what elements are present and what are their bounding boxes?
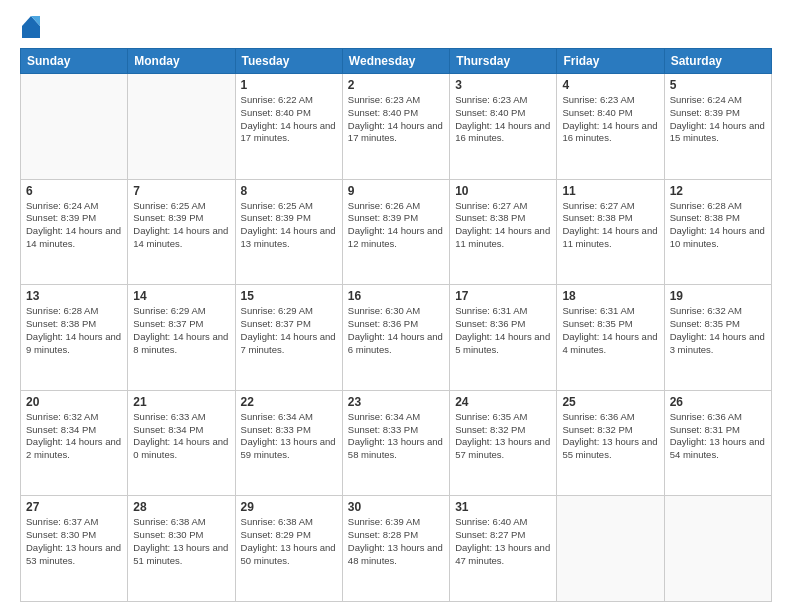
calendar-cell: 30Sunrise: 6:39 AMSunset: 8:28 PMDayligh…	[342, 496, 449, 602]
day-info: Sunrise: 6:35 AMSunset: 8:32 PMDaylight:…	[455, 411, 551, 462]
day-number: 4	[562, 78, 658, 92]
calendar-header-saturday: Saturday	[664, 49, 771, 74]
day-number: 25	[562, 395, 658, 409]
calendar-cell: 26Sunrise: 6:36 AMSunset: 8:31 PMDayligh…	[664, 390, 771, 496]
calendar-cell: 29Sunrise: 6:38 AMSunset: 8:29 PMDayligh…	[235, 496, 342, 602]
day-info: Sunrise: 6:23 AMSunset: 8:40 PMDaylight:…	[455, 94, 551, 145]
day-number: 23	[348, 395, 444, 409]
calendar-week-1: 1Sunrise: 6:22 AMSunset: 8:40 PMDaylight…	[21, 74, 772, 180]
day-number: 1	[241, 78, 337, 92]
day-info: Sunrise: 6:29 AMSunset: 8:37 PMDaylight:…	[241, 305, 337, 356]
day-number: 30	[348, 500, 444, 514]
day-info: Sunrise: 6:23 AMSunset: 8:40 PMDaylight:…	[348, 94, 444, 145]
day-info: Sunrise: 6:32 AMSunset: 8:35 PMDaylight:…	[670, 305, 766, 356]
day-number: 29	[241, 500, 337, 514]
day-number: 15	[241, 289, 337, 303]
page: SundayMondayTuesdayWednesdayThursdayFrid…	[0, 0, 792, 612]
calendar-cell	[21, 74, 128, 180]
calendar-cell: 20Sunrise: 6:32 AMSunset: 8:34 PMDayligh…	[21, 390, 128, 496]
day-number: 16	[348, 289, 444, 303]
day-number: 12	[670, 184, 766, 198]
day-number: 7	[133, 184, 229, 198]
day-number: 5	[670, 78, 766, 92]
calendar-cell: 6Sunrise: 6:24 AMSunset: 8:39 PMDaylight…	[21, 179, 128, 285]
calendar-cell: 18Sunrise: 6:31 AMSunset: 8:35 PMDayligh…	[557, 285, 664, 391]
day-info: Sunrise: 6:22 AMSunset: 8:40 PMDaylight:…	[241, 94, 337, 145]
day-number: 21	[133, 395, 229, 409]
day-number: 26	[670, 395, 766, 409]
calendar-week-3: 13Sunrise: 6:28 AMSunset: 8:38 PMDayligh…	[21, 285, 772, 391]
day-number: 28	[133, 500, 229, 514]
calendar-cell: 21Sunrise: 6:33 AMSunset: 8:34 PMDayligh…	[128, 390, 235, 496]
day-info: Sunrise: 6:31 AMSunset: 8:36 PMDaylight:…	[455, 305, 551, 356]
logo-icon	[22, 16, 40, 38]
day-info: Sunrise: 6:27 AMSunset: 8:38 PMDaylight:…	[562, 200, 658, 251]
day-info: Sunrise: 6:39 AMSunset: 8:28 PMDaylight:…	[348, 516, 444, 567]
day-info: Sunrise: 6:23 AMSunset: 8:40 PMDaylight:…	[562, 94, 658, 145]
calendar-cell: 4Sunrise: 6:23 AMSunset: 8:40 PMDaylight…	[557, 74, 664, 180]
day-info: Sunrise: 6:28 AMSunset: 8:38 PMDaylight:…	[670, 200, 766, 251]
day-info: Sunrise: 6:34 AMSunset: 8:33 PMDaylight:…	[348, 411, 444, 462]
day-number: 6	[26, 184, 122, 198]
day-number: 20	[26, 395, 122, 409]
calendar-cell: 1Sunrise: 6:22 AMSunset: 8:40 PMDaylight…	[235, 74, 342, 180]
calendar-cell: 13Sunrise: 6:28 AMSunset: 8:38 PMDayligh…	[21, 285, 128, 391]
day-number: 27	[26, 500, 122, 514]
day-info: Sunrise: 6:31 AMSunset: 8:35 PMDaylight:…	[562, 305, 658, 356]
day-number: 2	[348, 78, 444, 92]
day-info: Sunrise: 6:38 AMSunset: 8:29 PMDaylight:…	[241, 516, 337, 567]
day-number: 8	[241, 184, 337, 198]
day-info: Sunrise: 6:26 AMSunset: 8:39 PMDaylight:…	[348, 200, 444, 251]
calendar-header-friday: Friday	[557, 49, 664, 74]
calendar-cell: 27Sunrise: 6:37 AMSunset: 8:30 PMDayligh…	[21, 496, 128, 602]
calendar-cell: 23Sunrise: 6:34 AMSunset: 8:33 PMDayligh…	[342, 390, 449, 496]
calendar-week-2: 6Sunrise: 6:24 AMSunset: 8:39 PMDaylight…	[21, 179, 772, 285]
calendar-cell: 16Sunrise: 6:30 AMSunset: 8:36 PMDayligh…	[342, 285, 449, 391]
calendar-cell: 3Sunrise: 6:23 AMSunset: 8:40 PMDaylight…	[450, 74, 557, 180]
day-info: Sunrise: 6:25 AMSunset: 8:39 PMDaylight:…	[133, 200, 229, 251]
day-info: Sunrise: 6:28 AMSunset: 8:38 PMDaylight:…	[26, 305, 122, 356]
day-info: Sunrise: 6:33 AMSunset: 8:34 PMDaylight:…	[133, 411, 229, 462]
day-number: 19	[670, 289, 766, 303]
calendar-cell: 9Sunrise: 6:26 AMSunset: 8:39 PMDaylight…	[342, 179, 449, 285]
day-info: Sunrise: 6:30 AMSunset: 8:36 PMDaylight:…	[348, 305, 444, 356]
calendar-cell: 19Sunrise: 6:32 AMSunset: 8:35 PMDayligh…	[664, 285, 771, 391]
day-info: Sunrise: 6:34 AMSunset: 8:33 PMDaylight:…	[241, 411, 337, 462]
calendar-week-4: 20Sunrise: 6:32 AMSunset: 8:34 PMDayligh…	[21, 390, 772, 496]
day-number: 17	[455, 289, 551, 303]
calendar-cell	[557, 496, 664, 602]
header	[20, 16, 772, 38]
day-info: Sunrise: 6:25 AMSunset: 8:39 PMDaylight:…	[241, 200, 337, 251]
calendar-cell: 15Sunrise: 6:29 AMSunset: 8:37 PMDayligh…	[235, 285, 342, 391]
day-info: Sunrise: 6:24 AMSunset: 8:39 PMDaylight:…	[670, 94, 766, 145]
calendar-cell: 8Sunrise: 6:25 AMSunset: 8:39 PMDaylight…	[235, 179, 342, 285]
calendar-week-5: 27Sunrise: 6:37 AMSunset: 8:30 PMDayligh…	[21, 496, 772, 602]
calendar-header-sunday: Sunday	[21, 49, 128, 74]
day-number: 24	[455, 395, 551, 409]
day-info: Sunrise: 6:27 AMSunset: 8:38 PMDaylight:…	[455, 200, 551, 251]
day-number: 10	[455, 184, 551, 198]
calendar-cell: 12Sunrise: 6:28 AMSunset: 8:38 PMDayligh…	[664, 179, 771, 285]
calendar-cell: 2Sunrise: 6:23 AMSunset: 8:40 PMDaylight…	[342, 74, 449, 180]
day-number: 11	[562, 184, 658, 198]
calendar-cell: 14Sunrise: 6:29 AMSunset: 8:37 PMDayligh…	[128, 285, 235, 391]
day-number: 3	[455, 78, 551, 92]
logo	[20, 16, 40, 38]
day-info: Sunrise: 6:36 AMSunset: 8:32 PMDaylight:…	[562, 411, 658, 462]
calendar-header-tuesday: Tuesday	[235, 49, 342, 74]
day-number: 31	[455, 500, 551, 514]
calendar-cell: 28Sunrise: 6:38 AMSunset: 8:30 PMDayligh…	[128, 496, 235, 602]
day-info: Sunrise: 6:29 AMSunset: 8:37 PMDaylight:…	[133, 305, 229, 356]
calendar-cell	[128, 74, 235, 180]
day-number: 9	[348, 184, 444, 198]
day-info: Sunrise: 6:37 AMSunset: 8:30 PMDaylight:…	[26, 516, 122, 567]
day-info: Sunrise: 6:38 AMSunset: 8:30 PMDaylight:…	[133, 516, 229, 567]
calendar-cell: 11Sunrise: 6:27 AMSunset: 8:38 PMDayligh…	[557, 179, 664, 285]
day-info: Sunrise: 6:40 AMSunset: 8:27 PMDaylight:…	[455, 516, 551, 567]
calendar-cell: 22Sunrise: 6:34 AMSunset: 8:33 PMDayligh…	[235, 390, 342, 496]
calendar-cell: 5Sunrise: 6:24 AMSunset: 8:39 PMDaylight…	[664, 74, 771, 180]
day-number: 22	[241, 395, 337, 409]
calendar-cell: 17Sunrise: 6:31 AMSunset: 8:36 PMDayligh…	[450, 285, 557, 391]
calendar-header-thursday: Thursday	[450, 49, 557, 74]
calendar-cell: 31Sunrise: 6:40 AMSunset: 8:27 PMDayligh…	[450, 496, 557, 602]
